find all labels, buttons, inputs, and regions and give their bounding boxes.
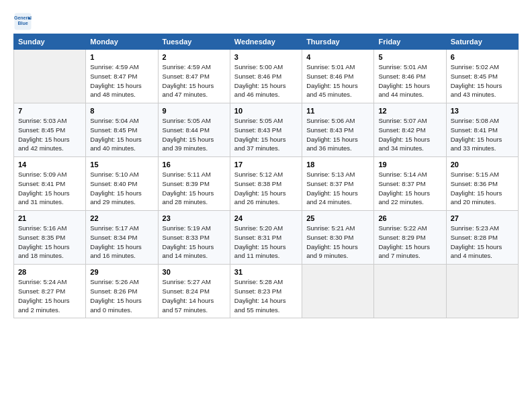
week-row-3: 14Sunrise: 5:09 AMSunset: 8:41 PMDayligh… <box>14 157 519 211</box>
day-number: 18 <box>306 161 369 169</box>
day-info: Sunrise: 5:06 AMSunset: 8:43 PMDaylight:… <box>306 116 369 153</box>
day-number: 4 <box>306 53 369 61</box>
calendar-cell: 29Sunrise: 5:26 AMSunset: 8:26 PMDayligh… <box>86 265 158 318</box>
day-number: 27 <box>451 214 514 222</box>
calendar-cell: 27Sunrise: 5:23 AMSunset: 8:28 PMDayligh… <box>446 211 518 265</box>
day-info: Sunrise: 5:10 AMSunset: 8:40 PMDaylight:… <box>90 170 153 207</box>
day-info: Sunrise: 5:16 AMSunset: 8:35 PMDaylight:… <box>18 224 81 261</box>
day-info: Sunrise: 5:23 AMSunset: 8:28 PMDaylight:… <box>451 224 514 261</box>
day-number: 19 <box>378 161 441 169</box>
calendar-cell: 28Sunrise: 5:24 AMSunset: 8:27 PMDayligh… <box>14 265 86 318</box>
day-info: Sunrise: 5:09 AMSunset: 8:41 PMDaylight:… <box>18 170 81 207</box>
day-number: 6 <box>451 53 514 61</box>
day-info: Sunrise: 5:19 AMSunset: 8:33 PMDaylight:… <box>163 224 226 261</box>
col-header-tuesday: Tuesday <box>158 34 230 50</box>
day-number: 16 <box>163 161 226 169</box>
calendar-cell: 11Sunrise: 5:06 AMSunset: 8:43 PMDayligh… <box>302 103 374 157</box>
day-info: Sunrise: 5:03 AMSunset: 8:45 PMDaylight:… <box>18 116 81 153</box>
calendar-cell: 5Sunrise: 5:01 AMSunset: 8:46 PMDaylight… <box>374 50 446 103</box>
calendar-cell: 17Sunrise: 5:12 AMSunset: 8:38 PMDayligh… <box>230 157 302 211</box>
week-row-4: 21Sunrise: 5:16 AMSunset: 8:35 PMDayligh… <box>14 211 519 265</box>
calendar-cell: 9Sunrise: 5:05 AMSunset: 8:44 PMDaylight… <box>158 103 230 157</box>
calendar-cell: 13Sunrise: 5:08 AMSunset: 8:41 PMDayligh… <box>446 103 518 157</box>
day-info: Sunrise: 5:17 AMSunset: 8:34 PMDaylight:… <box>90 224 153 261</box>
col-header-friday: Friday <box>374 34 446 50</box>
day-number: 10 <box>234 107 298 115</box>
day-number: 9 <box>163 107 226 115</box>
day-number: 5 <box>378 53 441 61</box>
calendar-cell: 20Sunrise: 5:15 AMSunset: 8:36 PMDayligh… <box>446 157 518 211</box>
day-info: Sunrise: 5:05 AMSunset: 8:43 PMDaylight:… <box>234 116 298 153</box>
day-info: Sunrise: 5:14 AMSunset: 8:37 PMDaylight:… <box>378 170 441 207</box>
week-row-2: 7Sunrise: 5:03 AMSunset: 8:45 PMDaylight… <box>14 103 519 157</box>
calendar-cell: 21Sunrise: 5:16 AMSunset: 8:35 PMDayligh… <box>14 211 86 265</box>
week-row-1: 1Sunrise: 4:59 AMSunset: 8:47 PMDaylight… <box>14 50 519 103</box>
day-info: Sunrise: 5:04 AMSunset: 8:45 PMDaylight:… <box>90 116 153 153</box>
calendar-cell: 26Sunrise: 5:22 AMSunset: 8:29 PMDayligh… <box>374 211 446 265</box>
calendar-cell: 6Sunrise: 5:02 AMSunset: 8:45 PMDaylight… <box>446 50 518 103</box>
col-header-wednesday: Wednesday <box>230 34 302 50</box>
day-number: 2 <box>163 53 226 61</box>
day-number: 12 <box>378 107 441 115</box>
calendar-cell: 4Sunrise: 5:01 AMSunset: 8:46 PMDaylight… <box>302 50 374 103</box>
day-number: 25 <box>306 214 369 222</box>
day-info: Sunrise: 5:08 AMSunset: 8:41 PMDaylight:… <box>451 116 514 153</box>
day-info: Sunrise: 5:07 AMSunset: 8:42 PMDaylight:… <box>378 116 441 153</box>
header: General Blue <box>13 12 519 31</box>
day-number: 17 <box>234 161 298 169</box>
calendar-cell: 2Sunrise: 4:59 AMSunset: 8:47 PMDaylight… <box>158 50 230 103</box>
calendar-cell: 25Sunrise: 5:21 AMSunset: 8:30 PMDayligh… <box>302 211 374 265</box>
day-info: Sunrise: 5:22 AMSunset: 8:29 PMDaylight:… <box>378 224 441 261</box>
day-number: 8 <box>90 107 153 115</box>
day-number: 24 <box>234 214 298 222</box>
day-info: Sunrise: 5:28 AMSunset: 8:23 PMDaylight:… <box>234 277 298 314</box>
calendar-cell: 7Sunrise: 5:03 AMSunset: 8:45 PMDaylight… <box>14 103 86 157</box>
day-number: 29 <box>90 268 153 276</box>
day-info: Sunrise: 5:26 AMSunset: 8:26 PMDaylight:… <box>90 277 153 314</box>
calendar-cell: 24Sunrise: 5:20 AMSunset: 8:31 PMDayligh… <box>230 211 302 265</box>
day-info: Sunrise: 5:02 AMSunset: 8:45 PMDaylight:… <box>451 62 514 99</box>
calendar-cell: 3Sunrise: 5:00 AMSunset: 8:46 PMDaylight… <box>230 50 302 103</box>
day-number: 31 <box>234 268 298 276</box>
day-number: 30 <box>163 268 226 276</box>
calendar-cell: 30Sunrise: 5:27 AMSunset: 8:24 PMDayligh… <box>158 265 230 318</box>
day-info: Sunrise: 5:11 AMSunset: 8:39 PMDaylight:… <box>163 170 226 207</box>
calendar-cell <box>14 50 86 103</box>
day-number: 3 <box>234 53 298 61</box>
calendar-cell: 16Sunrise: 5:11 AMSunset: 8:39 PMDayligh… <box>158 157 230 211</box>
calendar-cell: 19Sunrise: 5:14 AMSunset: 8:37 PMDayligh… <box>374 157 446 211</box>
page: General Blue SundayMondayTuesdayWednesda… <box>0 0 532 325</box>
calendar-cell <box>374 265 446 318</box>
day-number: 21 <box>18 214 81 222</box>
calendar-cell: 12Sunrise: 5:07 AMSunset: 8:42 PMDayligh… <box>374 103 446 157</box>
day-info: Sunrise: 5:13 AMSunset: 8:37 PMDaylight:… <box>306 170 369 207</box>
day-info: Sunrise: 5:01 AMSunset: 8:46 PMDaylight:… <box>378 62 441 99</box>
day-info: Sunrise: 5:21 AMSunset: 8:30 PMDaylight:… <box>306 224 369 261</box>
col-header-sunday: Sunday <box>14 34 86 50</box>
day-number: 28 <box>18 268 81 276</box>
day-info: Sunrise: 4:59 AMSunset: 8:47 PMDaylight:… <box>163 62 226 99</box>
calendar-cell: 1Sunrise: 4:59 AMSunset: 8:47 PMDaylight… <box>86 50 158 103</box>
day-info: Sunrise: 5:24 AMSunset: 8:27 PMDaylight:… <box>18 277 81 314</box>
col-header-thursday: Thursday <box>302 34 374 50</box>
day-number: 1 <box>90 53 153 61</box>
day-info: Sunrise: 5:27 AMSunset: 8:24 PMDaylight:… <box>163 277 226 314</box>
day-number: 15 <box>90 161 153 169</box>
col-header-saturday: Saturday <box>446 34 518 50</box>
day-number: 20 <box>451 161 514 169</box>
day-info: Sunrise: 5:12 AMSunset: 8:38 PMDaylight:… <box>234 170 298 207</box>
col-header-monday: Monday <box>86 34 158 50</box>
day-info: Sunrise: 5:15 AMSunset: 8:36 PMDaylight:… <box>451 170 514 207</box>
calendar-cell <box>302 265 374 318</box>
logo-icon: General Blue <box>13 12 32 31</box>
day-number: 22 <box>90 214 153 222</box>
day-number: 14 <box>18 161 81 169</box>
calendar-cell: 10Sunrise: 5:05 AMSunset: 8:43 PMDayligh… <box>230 103 302 157</box>
logo: General Blue <box>13 12 35 31</box>
day-info: Sunrise: 5:20 AMSunset: 8:31 PMDaylight:… <box>234 224 298 261</box>
calendar-cell: 8Sunrise: 5:04 AMSunset: 8:45 PMDaylight… <box>86 103 158 157</box>
day-info: Sunrise: 4:59 AMSunset: 8:47 PMDaylight:… <box>90 62 153 99</box>
day-info: Sunrise: 5:05 AMSunset: 8:44 PMDaylight:… <box>163 116 226 153</box>
day-number: 26 <box>378 214 441 222</box>
calendar-cell: 18Sunrise: 5:13 AMSunset: 8:37 PMDayligh… <box>302 157 374 211</box>
